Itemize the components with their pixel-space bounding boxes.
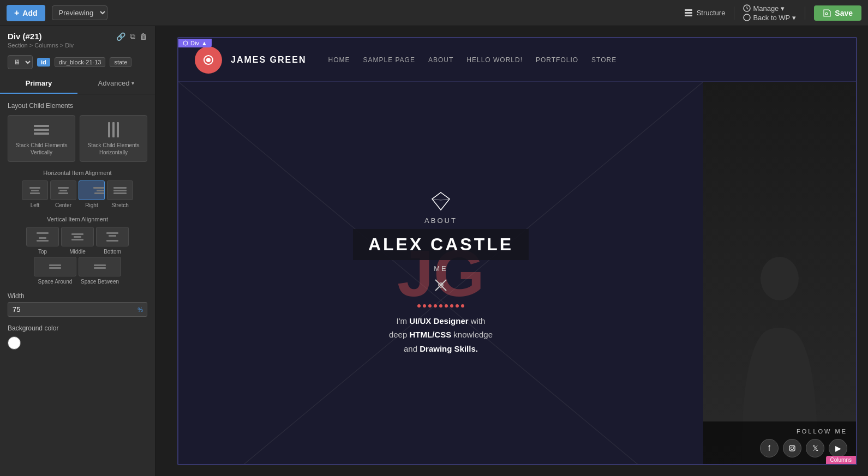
me-label: ME	[434, 264, 448, 273]
divi-badge[interactable]: Div ▲	[178, 39, 212, 47]
valign-space-around-label: Space Around	[38, 279, 73, 285]
valign-middle-label: Middle	[69, 249, 85, 255]
dot9	[461, 304, 464, 308]
nav-link-about[interactable]: ABOUT	[428, 56, 453, 64]
v-align-row2: Space Around Space Between	[8, 257, 147, 285]
svg-point-5	[183, 41, 188, 45]
align-right-button[interactable]	[79, 180, 105, 200]
valign-top-label: Top	[38, 249, 47, 255]
stack-horizontal-label: Stack Child Elements Horizontally	[83, 142, 143, 156]
svg-point-15	[761, 257, 799, 300]
nav-link-portfolio[interactable]: PORTFOLIO	[536, 56, 578, 64]
hero-image: FOLLOW ME f 𝕏	[703, 82, 856, 464]
facebook-icon[interactable]: f	[760, 439, 779, 457]
width-unit: %	[137, 306, 143, 313]
valign-top-button[interactable]	[26, 227, 59, 246]
width-row: Width	[8, 292, 147, 300]
bg-color-swatch[interactable]	[8, 336, 21, 350]
main-layout: Div (#21) 🔗 ⧉ 🗑 Section > Columns > Div …	[0, 26, 868, 476]
tab-advanced[interactable]: Advanced ▾	[77, 74, 155, 94]
div-title-icons: 🔗 ⧉ 🗑	[116, 32, 147, 41]
structure-icon	[684, 8, 693, 18]
columns-badge[interactable]: Columns	[826, 456, 856, 464]
wp-icon	[743, 14, 751, 21]
id-badge: id	[37, 58, 50, 67]
hero-dots	[417, 304, 464, 308]
hero-name: ALEX CASTLE	[368, 234, 513, 255]
stack-vertical-label: Stack Child Elements Vertically	[11, 142, 71, 156]
instagram-svg	[788, 444, 796, 452]
align-center-button[interactable]	[50, 180, 76, 200]
nav-link-hello[interactable]: HELLO WORLD!	[466, 56, 523, 64]
nav-brand: JAMES GREEN	[231, 55, 306, 65]
hero-bg-lines	[178, 82, 703, 465]
hero-image-person	[703, 82, 856, 464]
add-button[interactable]: Add	[7, 5, 45, 21]
align-stretch-label: Stretch	[111, 202, 129, 208]
divi-icon	[183, 40, 188, 46]
layout-title: Layout Child Elements	[8, 102, 147, 110]
nav-link-home[interactable]: HOME	[328, 56, 350, 64]
link-icon-button[interactable]: 🔗	[116, 32, 125, 41]
align-stretch-button[interactable]	[107, 180, 133, 200]
nav-link-sample[interactable]: SAMPLE PAGE	[363, 56, 415, 64]
svg-rect-0	[685, 9, 692, 11]
structure-button[interactable]: Structure	[684, 8, 726, 18]
state-button[interactable]: state	[110, 57, 131, 67]
dot7	[450, 304, 453, 308]
stack-horizontal-option[interactable]: Stack Child Elements Horizontally	[80, 115, 147, 162]
social-icons: f 𝕏 ▶	[760, 439, 847, 457]
copy-icon-button[interactable]: ⧉	[130, 32, 135, 41]
svg-point-7	[206, 58, 211, 62]
instagram-icon[interactable]	[783, 439, 801, 457]
valign-bottom-button[interactable]	[96, 227, 129, 246]
svg-rect-1	[685, 12, 692, 14]
nav-link-store[interactable]: STORE	[591, 56, 616, 64]
breadcrumb: Section > Columns > Div	[8, 42, 147, 49]
save-button[interactable]: Save	[814, 5, 861, 21]
valign-space-around-button[interactable]	[34, 257, 76, 276]
div-selector-badge: Div ▲	[178, 38, 212, 48]
layout-section: Layout Child Elements Stack Child Elemen…	[0, 94, 155, 355]
hero-name-box: ALEX CASTLE	[353, 229, 529, 260]
valign-middle-button[interactable]	[61, 227, 94, 246]
svg-line-9	[178, 82, 703, 465]
manage-icon	[743, 4, 751, 12]
align-left-button[interactable]	[22, 180, 48, 200]
topbar: Add Previewing Structure Manage ▾ Back t…	[0, 0, 868, 26]
h-align-row: Left Center	[8, 180, 147, 208]
width-label: Width	[8, 292, 25, 300]
twitter-icon[interactable]: 𝕏	[806, 439, 824, 457]
valign-bottom-label: Bottom	[104, 249, 121, 255]
nav-links: HOME SAMPLE PAGE ABOUT HELLO WORLD! PORT…	[328, 56, 616, 64]
stack-vertical-option[interactable]: Stack Child Elements Vertically	[8, 115, 75, 162]
bg-color-label: Background color	[8, 324, 147, 332]
hero-text-bold1: UI/UX Designer	[409, 316, 468, 326]
width-input[interactable]	[8, 302, 147, 317]
device-row: 🖥 id div_block-21-13 state	[0, 51, 155, 74]
bg-color-row	[8, 336, 147, 350]
manage-group: Manage ▾ Back to WP ▾	[743, 4, 796, 22]
align-right-label: Right	[85, 202, 98, 208]
topbar-divider	[734, 7, 734, 20]
sidebar: Div (#21) 🔗 ⧉ 🗑 Section > Columns > Div …	[0, 26, 155, 476]
tab-primary[interactable]: Primary	[0, 74, 77, 94]
v-align-title: Vertical Item Alignment	[8, 216, 147, 222]
youtube-icon[interactable]: ▶	[829, 439, 847, 457]
layout-grid: Stack Child Elements Vertically Stack Ch…	[8, 115, 147, 162]
id-value: div_block-21-13	[55, 57, 106, 67]
stack-horizontal-icon	[103, 121, 124, 138]
manage-button[interactable]: Manage ▾	[743, 4, 796, 13]
previewing-select[interactable]: Previewing	[52, 5, 107, 20]
device-select[interactable]: 🖥	[8, 55, 33, 69]
hero-text-bold2: HTML/CSS	[409, 330, 451, 339]
hero-text-line3: and Drawing Skills.	[404, 344, 478, 353]
valign-space-between-button[interactable]	[79, 257, 121, 276]
nav-logo-icon	[195, 46, 222, 74]
hero-content: JG ABOUT ALEX CASTLE ME	[178, 82, 703, 464]
back-to-wp-button[interactable]: Back to WP ▾	[743, 14, 796, 22]
save-label: Save	[835, 9, 853, 17]
h-align-title: Horizontal Item Alignment	[8, 170, 147, 176]
hero-text-bold3: Drawing Skills.	[420, 344, 478, 353]
delete-icon-button[interactable]: 🗑	[140, 32, 147, 41]
